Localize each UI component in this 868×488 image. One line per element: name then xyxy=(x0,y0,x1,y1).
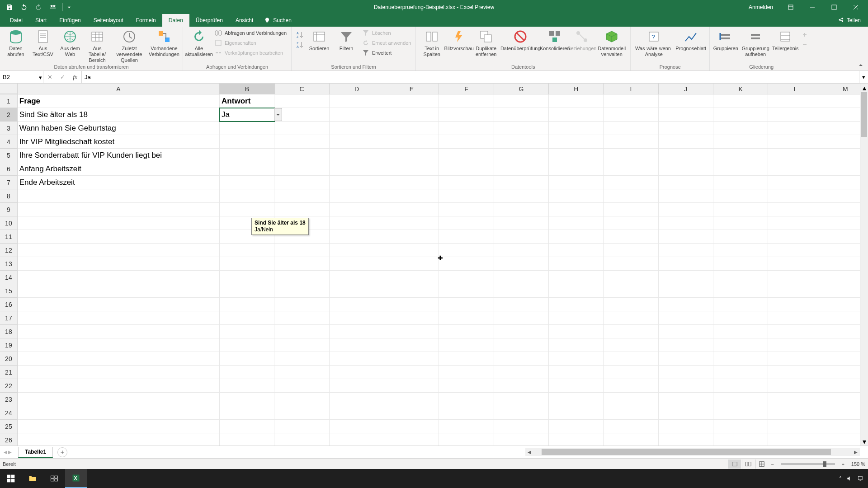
cell[interactable] xyxy=(220,393,274,406)
formula-input[interactable]: Ja xyxy=(82,71,859,83)
cell[interactable] xyxy=(274,352,329,366)
cell[interactable] xyxy=(549,338,604,352)
cell[interactable] xyxy=(220,352,274,366)
from-table-button[interactable]: Aus Tabelle/ Bereich xyxy=(84,28,110,63)
cell[interactable] xyxy=(384,352,439,366)
sort-button[interactable]: Sortieren xyxy=(306,28,332,52)
cell[interactable] xyxy=(18,325,220,338)
cell[interactable] xyxy=(274,244,329,257)
cell[interactable] xyxy=(274,149,329,162)
cell[interactable] xyxy=(330,393,384,406)
cell[interactable] xyxy=(18,433,220,447)
cell[interactable] xyxy=(604,162,658,176)
cell[interactable] xyxy=(768,406,823,420)
cell[interactable] xyxy=(713,244,768,257)
cell[interactable] xyxy=(659,420,713,433)
cell[interactable] xyxy=(384,257,439,271)
cell[interactable] xyxy=(330,189,384,203)
cell[interactable] xyxy=(659,149,713,162)
tab-seitenlayout[interactable]: Seitenlayout xyxy=(87,14,130,27)
cell[interactable] xyxy=(494,311,549,325)
cell[interactable] xyxy=(659,298,713,311)
tab-daten[interactable]: Daten xyxy=(162,14,189,27)
cell[interactable] xyxy=(713,216,768,230)
cell[interactable] xyxy=(494,393,549,406)
sheet-nav-prev-icon[interactable]: ◀ xyxy=(4,450,7,455)
cell[interactable] xyxy=(494,352,549,366)
cell[interactable] xyxy=(494,379,549,393)
cell[interactable] xyxy=(604,325,658,338)
scroll-thumb[interactable] xyxy=(542,449,831,455)
cell[interactable] xyxy=(768,216,823,230)
cell[interactable] xyxy=(604,311,658,325)
col-header[interactable]: E xyxy=(384,84,439,94)
cell[interactable] xyxy=(18,284,220,298)
cell[interactable] xyxy=(604,379,658,393)
cell[interactable] xyxy=(659,94,713,108)
cell[interactable] xyxy=(18,298,220,311)
cell[interactable] xyxy=(549,203,604,216)
cell[interactable] xyxy=(439,244,494,257)
cell[interactable]: Ende Arbeitszeit xyxy=(18,176,220,189)
cell[interactable] xyxy=(439,352,494,366)
cell[interactable] xyxy=(330,325,384,338)
cell[interactable] xyxy=(439,149,494,162)
cell[interactable] xyxy=(439,406,494,420)
cell[interactable] xyxy=(330,257,384,271)
cell[interactable] xyxy=(18,257,220,271)
row-header[interactable]: 3 xyxy=(0,122,18,135)
cell[interactable] xyxy=(220,284,274,298)
row-header[interactable]: 18 xyxy=(0,325,18,338)
row-header[interactable]: 25 xyxy=(0,420,18,433)
queries-connections-button[interactable]: Abfragen und Verbindungen xyxy=(213,28,288,38)
page-layout-view-icon[interactable] xyxy=(742,460,755,469)
tell-me-search[interactable]: Suchen xyxy=(259,14,296,27)
cell[interactable] xyxy=(330,162,384,176)
cell[interactable] xyxy=(274,135,329,149)
cell[interactable] xyxy=(274,433,329,447)
cell[interactable]: Ihr VIP Mitgliedschaft kostet xyxy=(18,135,220,149)
cell[interactable] xyxy=(549,122,604,135)
cell[interactable] xyxy=(330,135,384,149)
cell[interactable] xyxy=(384,203,439,216)
cell[interactable] xyxy=(494,94,549,108)
cell[interactable] xyxy=(768,203,823,216)
text-to-columns-button[interactable]: Text in Spalten xyxy=(419,28,445,57)
from-web-button[interactable]: Aus dem Web xyxy=(57,28,83,57)
cell[interactable] xyxy=(274,406,329,420)
data-model-button[interactable]: Datenmodell verwalten xyxy=(596,28,627,57)
share-button[interactable]: Teilen xyxy=(830,14,868,27)
cell[interactable] xyxy=(439,108,494,122)
cell[interactable] xyxy=(604,122,658,135)
cell[interactable] xyxy=(549,420,604,433)
cell[interactable] xyxy=(494,149,549,162)
row-header[interactable]: 10 xyxy=(0,216,18,230)
cell[interactable] xyxy=(439,257,494,271)
cell[interactable] xyxy=(494,108,549,122)
row-header[interactable]: 23 xyxy=(0,393,18,406)
cell[interactable] xyxy=(439,284,494,298)
cell[interactable] xyxy=(768,176,823,189)
cell[interactable] xyxy=(494,135,549,149)
what-if-button[interactable]: ?Was-wäre-wenn- Analyse xyxy=(633,28,674,57)
cell[interactable]: Ja xyxy=(220,108,274,122)
cell[interactable] xyxy=(220,203,274,216)
cell[interactable] xyxy=(18,216,220,230)
relationships-button[interactable]: Beziehungen xyxy=(569,28,595,52)
row-header[interactable]: 17 xyxy=(0,311,18,325)
cell[interactable] xyxy=(713,284,768,298)
cell[interactable] xyxy=(549,257,604,271)
col-header[interactable]: B xyxy=(220,84,274,94)
cell[interactable] xyxy=(330,366,384,379)
row-header[interactable]: 7 xyxy=(0,176,18,189)
cell[interactable] xyxy=(384,108,439,122)
cell[interactable] xyxy=(549,379,604,393)
row-header[interactable]: 14 xyxy=(0,271,18,284)
cell[interactable] xyxy=(768,230,823,244)
horizontal-scrollbar[interactable]: ◀ ▶ xyxy=(525,448,860,456)
cell[interactable] xyxy=(439,393,494,406)
cell[interactable] xyxy=(604,298,658,311)
cell[interactable] xyxy=(768,379,823,393)
cell[interactable] xyxy=(549,433,604,447)
cell[interactable]: Frage xyxy=(18,94,220,108)
